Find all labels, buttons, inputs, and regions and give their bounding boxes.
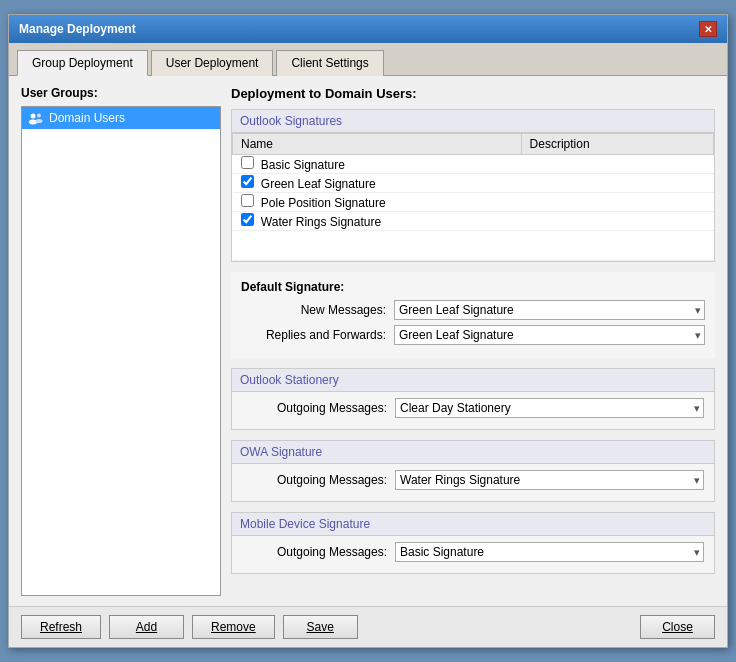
right-panel: Deployment to Domain Users: Outlook Sign… (231, 86, 715, 596)
deployment-title: Deployment to Domain Users: (231, 86, 715, 101)
sig-checkbox-waterrings[interactable] (241, 213, 254, 226)
save-button[interactable]: Save (283, 615, 358, 639)
mobile-outgoing-row: Outgoing Messages: Basic Signature Green… (242, 542, 704, 562)
sig-checkbox-poleposition[interactable] (241, 194, 254, 207)
add-button[interactable]: Add (109, 615, 184, 639)
tab-bar: Group Deployment User Deployment Client … (9, 43, 727, 76)
table-row: Basic Signature (233, 155, 714, 174)
stationery-select[interactable]: Clear Day Stationery None (395, 398, 704, 418)
mobile-body: Outgoing Messages: Basic Signature Green… (232, 536, 714, 573)
owa-outgoing-label: Outgoing Messages: (242, 473, 387, 487)
replies-row: Replies and Forwards: Green Leaf Signatu… (241, 325, 705, 345)
tab-client-settings[interactable]: Client Settings (276, 50, 383, 76)
table-row-empty (233, 231, 714, 261)
new-messages-label: New Messages: (241, 303, 386, 317)
table-row: Green Leaf Signature (233, 174, 714, 193)
users-icon (28, 110, 44, 126)
stationery-select-wrapper: Clear Day Stationery None (395, 398, 704, 418)
new-messages-select[interactable]: Green Leaf Signature Basic Signature Pol… (394, 300, 705, 320)
replies-select[interactable]: Green Leaf Signature Basic Signature Pol… (394, 325, 705, 345)
user-groups-list: Domain Users (21, 106, 221, 596)
default-sig-title: Default Signature: (241, 280, 705, 294)
mobile-signature-section: Mobile Device Signature Outgoing Message… (231, 512, 715, 574)
owa-select-wrapper: Water Rings Signature Basic Signature Gr… (395, 470, 704, 490)
manage-deployment-window: Manage Deployment ✕ Group Deployment Use… (8, 14, 728, 648)
left-panel: User Groups: Domain Users (21, 86, 221, 596)
sig-name-greenleaf: Green Leaf Signature (261, 177, 376, 191)
new-messages-select-wrapper: Green Leaf Signature Basic Signature Pol… (394, 300, 705, 320)
sig-name-poleposition: Pole Position Signature (261, 196, 386, 210)
owa-header: OWA Signature (232, 441, 714, 464)
title-bar: Manage Deployment ✕ (9, 15, 727, 43)
table-row: Pole Position Signature (233, 193, 714, 212)
stationery-outgoing-label: Outgoing Messages: (242, 401, 387, 415)
col-name: Name (233, 134, 522, 155)
owa-select[interactable]: Water Rings Signature Basic Signature Gr… (395, 470, 704, 490)
domain-users-label: Domain Users (49, 111, 125, 125)
col-description: Description (521, 134, 713, 155)
remove-button[interactable]: Remove (192, 615, 275, 639)
stationery-body: Outgoing Messages: Clear Day Stationery … (232, 392, 714, 429)
outlook-stationery-section: Outlook Stationery Outgoing Messages: Cl… (231, 368, 715, 430)
outlook-signatures-header: Outlook Signatures (232, 110, 714, 133)
replies-label: Replies and Forwards: (241, 328, 386, 342)
default-signature-section: Default Signature: New Messages: Green L… (231, 272, 715, 358)
mobile-outgoing-label: Outgoing Messages: (242, 545, 387, 559)
svg-point-3 (37, 114, 41, 118)
tab-group-deployment[interactable]: Group Deployment (17, 50, 148, 76)
sig-name-basic: Basic Signature (261, 158, 345, 172)
svg-point-1 (31, 114, 36, 119)
table-row: Water Rings Signature (233, 212, 714, 231)
close-window-button[interactable]: ✕ (699, 21, 717, 37)
window-title: Manage Deployment (19, 22, 136, 36)
mobile-header: Mobile Device Signature (232, 513, 714, 536)
replies-select-wrapper: Green Leaf Signature Basic Signature Pol… (394, 325, 705, 345)
stationery-header: Outlook Stationery (232, 369, 714, 392)
sig-checkbox-greenleaf[interactable] (241, 175, 254, 188)
svg-point-4 (36, 119, 43, 123)
user-groups-title: User Groups: (21, 86, 221, 100)
main-content: User Groups: Domain Users Deployment t (9, 76, 727, 606)
owa-body: Outgoing Messages: Water Rings Signature… (232, 464, 714, 501)
tab-user-deployment[interactable]: User Deployment (151, 50, 274, 76)
mobile-select[interactable]: Basic Signature Green Leaf Signature Pol… (395, 542, 704, 562)
outlook-signatures-section: Outlook Signatures Name Description Basi… (231, 109, 715, 262)
mobile-select-wrapper: Basic Signature Green Leaf Signature Pol… (395, 542, 704, 562)
sig-name-waterrings: Water Rings Signature (261, 215, 381, 229)
owa-outgoing-row: Outgoing Messages: Water Rings Signature… (242, 470, 704, 490)
sig-checkbox-basic[interactable] (241, 156, 254, 169)
bottom-toolbar: Refresh Add Remove Save Close (9, 606, 727, 647)
new-messages-row: New Messages: Green Leaf Signature Basic… (241, 300, 705, 320)
refresh-button[interactable]: Refresh (21, 615, 101, 639)
stationery-outgoing-row: Outgoing Messages: Clear Day Stationery … (242, 398, 704, 418)
owa-signature-section: OWA Signature Outgoing Messages: Water R… (231, 440, 715, 502)
close-button[interactable]: Close (640, 615, 715, 639)
signatures-table: Name Description Basic Signature (232, 133, 714, 261)
list-item-domain-users[interactable]: Domain Users (22, 107, 220, 129)
